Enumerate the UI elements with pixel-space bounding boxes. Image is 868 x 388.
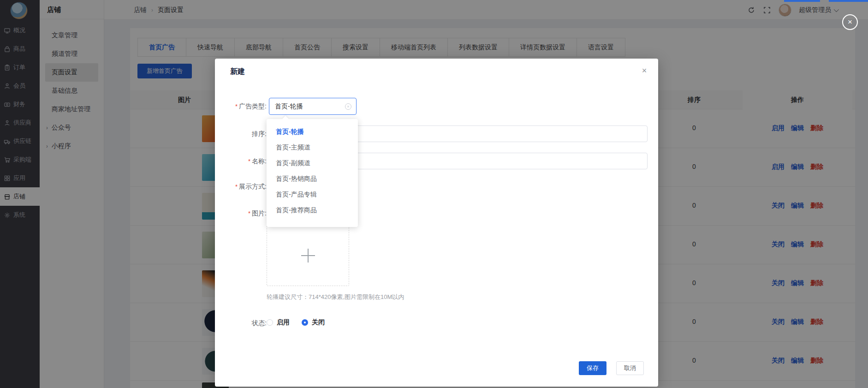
radio-label: 关闭 (312, 318, 325, 327)
clear-icon[interactable]: × (345, 103, 351, 110)
close-icon: × (848, 18, 852, 27)
radio-enable[interactable]: 启用 (267, 318, 290, 327)
required-mark: * (248, 158, 250, 165)
close-icon[interactable]: × (640, 66, 649, 75)
required-mark: * (235, 183, 238, 190)
option-home-main-channel[interactable]: 首页-主频道 (267, 139, 358, 155)
radio-circle-icon (267, 319, 273, 326)
cancel-button[interactable]: 取消 (616, 361, 644, 375)
ad-type-label: *广告类型: (215, 102, 267, 111)
clipped-blue-bar (829, 0, 868, 2)
status-radio-group: 启用 关闭 (267, 318, 325, 327)
field-label-text: 排序: (252, 130, 267, 137)
ad-type-dropdown: 首页-轮播 首页-主频道 首页-副频道 首页-热销商品 首页-产品专辑 首页-推… (267, 119, 358, 227)
display-mode-label: *展示方式: (215, 183, 267, 191)
required-mark: * (248, 210, 250, 217)
plus-icon (301, 249, 315, 263)
field-label-text: 名称: (252, 157, 267, 165)
image-label: *图片: (215, 209, 267, 218)
dropdown-caret (282, 116, 289, 122)
radio-label: 启用 (277, 318, 290, 327)
field-label-text: 广告类型: (239, 102, 267, 110)
modal-title: 新建 (230, 67, 245, 77)
field-label-text: 状态: (252, 319, 267, 327)
radio-disable[interactable]: 关闭 (302, 318, 325, 327)
option-home-recommend-goods[interactable]: 首页-推荐商品 (267, 202, 358, 218)
field-label-text: 展示方式: (239, 183, 267, 190)
option-home-product-album[interactable]: 首页-产品专辑 (267, 186, 358, 202)
ad-type-select[interactable]: 首页-轮播 × (269, 98, 357, 115)
upload-hint: 轮播建议尺寸：714*420像素,图片需限制在10M以内 (267, 293, 404, 301)
save-button[interactable]: 保存 (579, 361, 606, 375)
field-label-text: 图片: (252, 209, 267, 217)
option-home-sub-channel[interactable]: 首页-副频道 (267, 155, 358, 171)
option-home-hot-goods[interactable]: 首页-热销商品 (267, 171, 358, 186)
floating-close-button[interactable]: × (842, 14, 858, 30)
sort-label: 排序: (215, 130, 267, 138)
ad-type-value: 首页-轮播 (275, 102, 345, 111)
image-upload-box[interactable] (267, 225, 349, 286)
clipped-blue-bar (784, 0, 820, 2)
new-ad-modal: 新建 × *广告类型: 首页-轮播 × 排序: *名称: *展示方式: *图片:… (215, 59, 658, 387)
required-mark: * (235, 103, 238, 110)
radio-circle-icon (302, 319, 308, 326)
name-label: *名称: (215, 157, 267, 166)
option-home-carousel[interactable]: 首页-轮播 (267, 124, 358, 139)
status-label: 状态: (215, 319, 267, 328)
